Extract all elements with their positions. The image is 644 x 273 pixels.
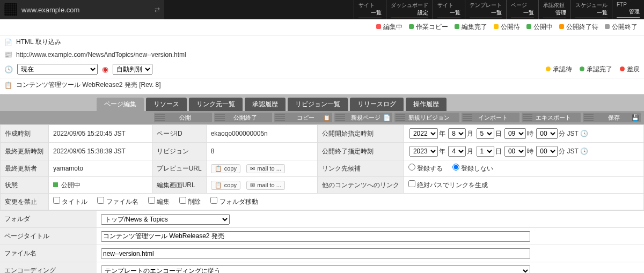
- html-import-label[interactable]: HTML 取り込み: [16, 38, 61, 47]
- created-label: 作成時刻: [1, 125, 49, 143]
- legend-item: 差戻: [620, 65, 640, 74]
- document-icon: 📄: [4, 39, 12, 46]
- tab-4[interactable]: リビジョン一覧: [288, 98, 348, 111]
- menu-item[interactable]: FTP管理: [612, 0, 644, 19]
- start-hour[interactable]: 09: [504, 128, 526, 139]
- content-title-row: 📋 コンテンツ管理ツール WebRelease2 発売 [Rev. 8]: [0, 78, 644, 94]
- menu-item[interactable]: ページ一覧: [506, 0, 538, 19]
- pageid-value: ekaoqo000000005n: [206, 125, 317, 143]
- newrevision-button[interactable]: 新規リビジョン: [394, 113, 459, 122]
- status-dot-icon: [605, 24, 610, 29]
- updater-value: yamamoto: [49, 160, 152, 177]
- encoding-label: エンコーディング: [0, 262, 97, 273]
- start-day[interactable]: 5: [477, 128, 494, 139]
- approval-legend: 承認待承認完了差戻: [546, 65, 640, 74]
- end-day[interactable]: 1: [477, 146, 494, 157]
- encoding-row: エンコーディング テンプレートのエンコーディングに従う: [0, 262, 644, 273]
- preview-url-label: プレビューURL: [152, 160, 206, 177]
- start-year[interactable]: 2022: [409, 128, 438, 139]
- nochange-option[interactable]: フォルダ移動: [210, 198, 258, 205]
- publish-end-button[interactable]: 公開終了: [214, 113, 272, 122]
- page-title-input[interactable]: [101, 231, 530, 242]
- end-year[interactable]: 2023: [409, 146, 438, 157]
- target-icon[interactable]: ◉: [102, 65, 108, 73]
- menu-item[interactable]: 承認依頼管理: [538, 0, 570, 19]
- file-name-input[interactable]: [101, 248, 530, 259]
- topbar-menu: サイト一覧ダッシュボード設定サイト一覧テンプレート一覧ページ一覧承認依頼管理スケ…: [354, 0, 644, 19]
- preview-copy-button[interactable]: 📋copy: [211, 164, 240, 173]
- end-min[interactable]: 00: [536, 146, 558, 157]
- start-time-label: 公開開始指定時刻: [317, 125, 404, 143]
- state-label: 状態: [1, 177, 49, 194]
- tab-3[interactable]: 承認履歴: [245, 98, 286, 111]
- page-url[interactable]: http://www.example.com/NewsAndTopics/new…: [16, 51, 186, 58]
- status-dot-icon: [494, 24, 499, 29]
- menu-item[interactable]: テンプレート一覧: [465, 0, 506, 19]
- nochange-option[interactable]: 編集: [148, 198, 170, 205]
- status-circle-icon: [620, 67, 625, 71]
- export-button[interactable]: エキスポート: [522, 113, 581, 122]
- menu-item[interactable]: サイト一覧: [354, 0, 386, 19]
- legend-item: 作業コピー: [409, 23, 448, 32]
- legend-item: 公開中: [526, 23, 553, 32]
- tab-2[interactable]: リンク元一覧: [189, 98, 243, 111]
- nochange-label: 変更を禁止: [1, 194, 49, 210]
- url-display: www.example.com: [21, 6, 150, 14]
- preview-mail-button[interactable]: ✉mail to ...: [246, 164, 285, 173]
- folder-select[interactable]: トップ/News & Topics: [101, 214, 230, 225]
- action-toolbar: 公開 公開終了 コピー📋 新規ページ📄 新規リビジョン インポート エキスポート…: [0, 111, 644, 124]
- status-dot-icon: [526, 24, 531, 29]
- start-month[interactable]: 8: [448, 128, 466, 139]
- menu-item[interactable]: サイト一覧: [433, 0, 465, 19]
- register-radio[interactable]: 登録する: [408, 165, 443, 172]
- menu-item[interactable]: ダッシュボード設定: [386, 0, 433, 19]
- mail-icon: ✉: [250, 165, 255, 172]
- nochange-options: タイトル ファイル名 編集 削除 フォルダ移動: [49, 194, 644, 210]
- end-time-controls: 2023年 4月 1日 00時 00分 JST 🕓: [404, 143, 643, 160]
- time-select[interactable]: 現在: [17, 64, 98, 75]
- copy-button[interactable]: コピー📋: [274, 113, 332, 122]
- legend-item: 編集中: [376, 23, 402, 32]
- nochange-option[interactable]: 削除: [179, 198, 201, 205]
- arrow-icon[interactable]: ⇄: [155, 6, 160, 13]
- publish-button[interactable]: 公開: [154, 113, 212, 122]
- end-month[interactable]: 4: [448, 146, 466, 157]
- link-candidate-radios: 登録する 登録しない: [404, 160, 643, 177]
- import-button[interactable]: インポート: [462, 113, 519, 122]
- tab-1[interactable]: リソース: [146, 98, 187, 111]
- topbar-left: www.example.com ⇄: [0, 0, 164, 19]
- edit-copy-button[interactable]: 📋copy: [211, 181, 240, 190]
- content-icon: 📋: [4, 82, 12, 89]
- page-icon: 📰: [4, 51, 12, 58]
- abs-path-checkbox[interactable]: 絶対パスでリンクを生成: [408, 181, 488, 189]
- link-candidate-label: リンク先候補: [317, 160, 404, 177]
- status-square-icon: [53, 182, 58, 187]
- clock-icon[interactable]: 🕓: [580, 147, 588, 155]
- end-hour[interactable]: 00: [504, 146, 526, 157]
- start-min[interactable]: 00: [536, 128, 558, 139]
- noregister-radio[interactable]: 登録しない: [452, 165, 493, 172]
- auto-detect-select[interactable]: 自動判別: [113, 64, 152, 75]
- menu-item[interactable]: スケジュール一覧: [570, 0, 612, 19]
- pageid-label: ページID: [152, 125, 206, 143]
- created-value: 2022/09/05 15:20:45 JST: [49, 125, 152, 143]
- nochange-option[interactable]: タイトル: [53, 198, 87, 205]
- edit-mail-button[interactable]: ✉mail to ...: [246, 181, 285, 190]
- clock-icon[interactable]: 🕓: [580, 130, 588, 137]
- encoding-select[interactable]: テンプレートのエンコーディングに従う: [101, 265, 530, 274]
- newpage-button[interactable]: 新規ページ📄: [334, 113, 392, 122]
- page-title-row: ページタイトル: [0, 227, 644, 245]
- revision-label: リビジョン: [152, 143, 206, 160]
- tab-6[interactable]: 操作履歴: [406, 98, 447, 111]
- revision-value: 8: [206, 143, 317, 160]
- other-link-label: 他のコンテンツへのリンク: [317, 177, 404, 194]
- tab-0[interactable]: ページ編集: [97, 98, 144, 111]
- nochange-option[interactable]: ファイル名: [97, 198, 138, 205]
- file-name-label: ファイル名: [0, 245, 97, 262]
- folder-row: フォルダ トップ/News & Topics: [0, 210, 644, 227]
- page-title-label: ページタイトル: [0, 228, 97, 245]
- status-circle-icon: [580, 67, 584, 71]
- save-button[interactable]: 保存💾: [583, 113, 641, 122]
- tab-5[interactable]: リリースログ: [350, 98, 404, 111]
- time-control-row: 現在 ◉ 自動判別 承認待承認完了差戻: [0, 61, 644, 78]
